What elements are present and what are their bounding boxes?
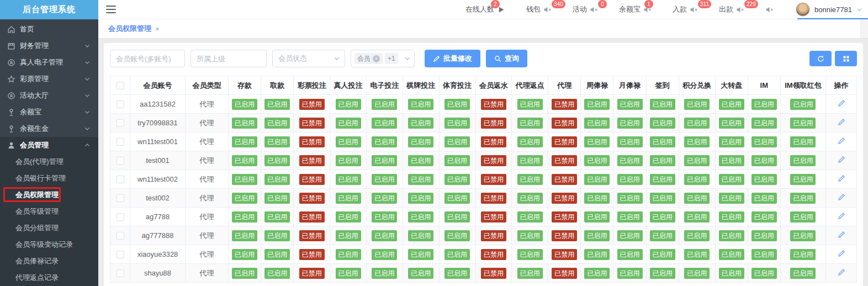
mute-icon[interactable] — [590, 6, 598, 14]
search-label: 查询 — [505, 54, 519, 63]
perm-cell: 已启用 — [512, 95, 548, 114]
sidebar-item-2[interactable]: 真人电子管理 — [0, 54, 98, 71]
status-badge-enabled: 已启用 — [751, 118, 777, 129]
perm-cell: 已启用 — [715, 151, 748, 170]
perm-cell: 已禁用 — [475, 133, 512, 151]
perm-cell: 已启用 — [748, 226, 780, 245]
perm-cell: 已禁用 — [294, 208, 330, 226]
row-checkbox[interactable] — [117, 138, 124, 146]
row-checkbox[interactable] — [117, 100, 124, 108]
edit-icon[interactable] — [838, 156, 845, 163]
row-checkbox[interactable] — [117, 119, 124, 127]
hamburger-menu-icon[interactable] — [106, 6, 116, 13]
sidebar-subitem-4[interactable]: 会员分组管理 — [0, 220, 98, 236]
sidebar-subitem-label: 会员分组管理 — [15, 223, 59, 233]
sidebar-subitem-2[interactable]: 会员权限管理 — [0, 187, 98, 203]
member-status-select[interactable]: 会员状态 — [272, 50, 345, 67]
edit-icon[interactable] — [838, 174, 845, 182]
row-checkbox[interactable] — [117, 213, 124, 221]
status-badge-disabled: 已禁用 — [481, 268, 506, 279]
sidebar-item-7[interactable]: 会员管理 — [0, 137, 98, 153]
edit-icon[interactable] — [838, 231, 845, 239]
edit-icon[interactable] — [838, 193, 845, 201]
member-account-input[interactable] — [110, 50, 185, 67]
mute-icon[interactable] — [690, 6, 698, 14]
status-badge-enabled: 已启用 — [790, 268, 816, 279]
sidebar-item-label: 真人电子管理 — [20, 57, 84, 67]
tabbar-scrollbar[interactable] — [860, 19, 868, 38]
sidebar-subitem-6[interactable]: 会员俸禄记录 — [0, 253, 98, 269]
live-casino-icon — [7, 59, 15, 67]
row-checkbox[interactable] — [117, 176, 124, 183]
stat-label: 钱包 — [526, 4, 541, 14]
perm-cell: 已启用 — [403, 114, 439, 133]
sidebar-subitem-0[interactable]: 会员(代理)管理 — [0, 153, 98, 170]
member-type: 代理 — [186, 170, 229, 189]
chevron-down-icon — [84, 76, 91, 82]
mute-toggle[interactable] — [765, 6, 774, 14]
tag-remove-icon[interactable]: × — [373, 55, 380, 62]
edit-icon[interactable] — [838, 250, 845, 257]
mute-icon[interactable] — [736, 6, 744, 14]
sidebar-item-3[interactable]: 彩票管理 — [0, 71, 98, 87]
operation-cell — [826, 208, 857, 226]
status-badge-enabled: 已启用 — [650, 268, 675, 279]
perm-cell: 已启用 — [646, 264, 679, 283]
sidebar-item-0[interactable]: 首页 — [0, 21, 98, 38]
row-checkbox[interactable] — [117, 232, 124, 240]
row-checkbox[interactable] — [117, 251, 124, 258]
row-checkbox[interactable] — [117, 269, 124, 277]
column-settings-button[interactable] — [835, 51, 857, 66]
chevron-down-icon — [84, 59, 91, 66]
user-menu[interactable]: bonnie7781 — [796, 2, 862, 17]
status-badge-enabled: 已启用 — [444, 268, 470, 279]
refresh-button[interactable] — [809, 51, 832, 66]
sidebar-subitem-label: 会员(代理)管理 — [15, 157, 63, 167]
sidebar-subitem-7[interactable]: 代理返点记录 — [0, 269, 98, 286]
parent-agent-input[interactable] — [190, 50, 267, 67]
edit-icon[interactable] — [838, 99, 845, 107]
topbar-stat-0[interactable]: 在线人数2 — [465, 4, 506, 14]
status-badge-enabled: 已启用 — [650, 174, 675, 185]
perm-cell: 已启用 — [646, 114, 679, 133]
sidebar-subitem-1[interactable]: 会员银行卡管理 — [0, 170, 98, 187]
status-badge-disabled: 已禁用 — [552, 118, 577, 129]
sidebar-subitem-5[interactable]: 会员等级变动记录 — [0, 236, 98, 253]
row-checkbox[interactable] — [117, 194, 124, 202]
row-checkbox[interactable] — [117, 157, 124, 165]
perm-cell: 已启用 — [748, 208, 780, 226]
status-badge-enabled: 已启用 — [408, 268, 433, 279]
tab-member-permissions[interactable]: 会员权限管理 × — [108, 24, 160, 34]
batch-edit-button[interactable]: 批量修改 — [425, 50, 480, 67]
sidebar-item-5[interactable]: 余额宝 — [0, 104, 98, 120]
topbar-stat-3[interactable]: 余额宝1 — [619, 4, 653, 14]
perm-cell: 已启用 — [366, 114, 403, 133]
perm-cell: 已禁用 — [294, 264, 330, 283]
select-all-checkbox[interactable] — [117, 82, 124, 89]
status-badge-enabled: 已启用 — [232, 268, 257, 279]
sidebar-subitem-3[interactable]: 会员等级管理 — [0, 203, 98, 220]
edit-icon[interactable] — [838, 268, 845, 276]
perm-cell: 已启用 — [330, 245, 367, 264]
edit-icon[interactable] — [838, 137, 845, 145]
member-type-multiselect[interactable]: 会员 × +1 — [351, 50, 415, 67]
perm-cell: 已启用 — [366, 133, 403, 151]
sidebar-item-1[interactable]: 财务管理 — [0, 38, 98, 54]
topbar-stat-5[interactable]: 出款229 — [719, 4, 745, 14]
topbar-stat-1[interactable]: 钱包340 — [526, 4, 553, 14]
column-header-8: 体育投注 — [439, 76, 475, 95]
perm-cell: 已启用 — [679, 208, 715, 226]
mute-icon[interactable] — [543, 6, 552, 14]
perm-cell: 已启用 — [748, 189, 780, 208]
topbar-stat-4[interactable]: 入款311 — [673, 4, 699, 14]
edit-icon[interactable] — [838, 212, 845, 220]
edit-icon[interactable] — [838, 118, 845, 126]
sidebar-item-6[interactable]: 余额生金 — [0, 120, 98, 137]
search-button[interactable]: 查询 — [486, 50, 527, 67]
tab-close-icon[interactable]: × — [155, 25, 160, 33]
topbar-stat-2[interactable]: 活动0 — [573, 4, 599, 14]
status-badge-enabled: 已启用 — [719, 193, 744, 204]
perm-cell: 已启用 — [403, 264, 439, 283]
status-badge-enabled: 已启用 — [790, 118, 816, 129]
sidebar-item-4[interactable]: 活动大厅 — [0, 87, 98, 104]
